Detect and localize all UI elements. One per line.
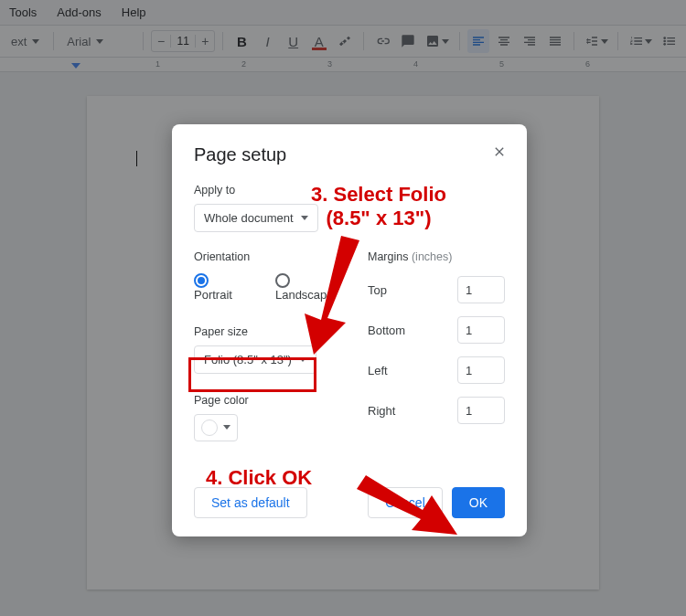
dialog-title: Page setup — [194, 144, 505, 165]
caret-down-icon — [301, 216, 308, 220]
page-color-dropdown[interactable] — [194, 414, 238, 441]
portrait-label: Portrait — [194, 288, 232, 302]
radio-checked-icon — [194, 273, 209, 288]
radio-unchecked-icon — [275, 273, 290, 288]
page-color-label: Page color — [194, 394, 349, 407]
margin-left-label: Left — [368, 364, 388, 377]
margin-left-input[interactable] — [457, 356, 505, 384]
svg-marker-3 — [305, 236, 359, 355]
caret-down-icon — [223, 425, 230, 430]
margin-right-input[interactable] — [457, 397, 505, 424]
annotation-step3: 3. Select Folio (8.5" x 13") — [311, 183, 446, 231]
margin-bottom-input[interactable] — [457, 316, 505, 344]
annotation-text: (8.5" x 13") — [311, 207, 446, 230]
annotation-text: 3. Select Folio — [311, 183, 446, 207]
close-icon — [492, 144, 507, 159]
close-button[interactable] — [488, 141, 510, 163]
annotation-arrow-icon — [357, 475, 457, 539]
paper-size-value: Folio (8.5" x 13") — [204, 353, 292, 366]
annotation-step4: 4. Click OK — [206, 466, 312, 490]
margins-hint: (inches) — [412, 250, 452, 263]
portrait-radio[interactable]: Portrait — [194, 272, 250, 302]
margins-text: Margins — [368, 250, 408, 263]
margin-right-label: Right — [368, 404, 395, 418]
color-swatch-icon — [201, 420, 218, 436]
margin-top-input[interactable] — [457, 276, 505, 303]
apply-to-dropdown[interactable]: Whole document — [194, 204, 318, 232]
set-default-button[interactable]: Set as default — [194, 487, 307, 518]
caret-down-icon — [299, 357, 306, 362]
svg-marker-4 — [357, 475, 457, 535]
apply-to-value: Whole document — [204, 211, 294, 225]
ok-button[interactable]: OK — [452, 487, 505, 518]
margin-bottom-label: Bottom — [368, 324, 405, 337]
margins-label: Margins (inches) — [368, 250, 505, 263]
annotation-arrow-icon — [291, 236, 364, 355]
margin-top-label: Top — [368, 283, 387, 297]
